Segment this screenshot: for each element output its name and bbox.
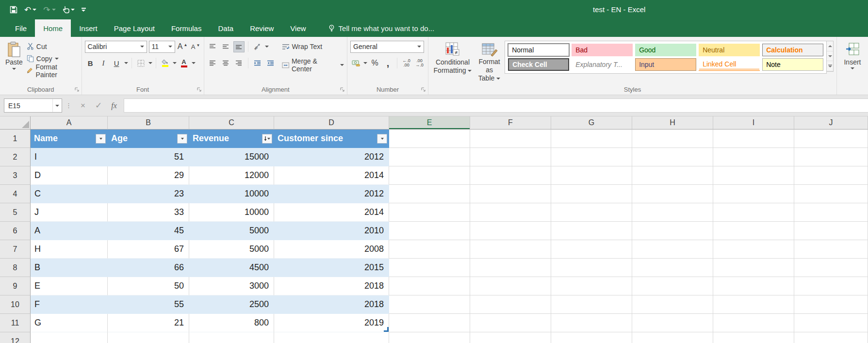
tab-formulas[interactable]: Formulas (163, 19, 210, 37)
cell-B4[interactable]: 23 (108, 185, 189, 203)
cell-J7[interactable] (794, 240, 868, 259)
column-header-B[interactable]: B (108, 116, 189, 130)
paste-dropdown-caret-icon[interactable] (12, 68, 16, 70)
cell-E9[interactable] (389, 277, 470, 295)
cell-B7[interactable]: 67 (108, 240, 189, 259)
insert-function-button[interactable]: fx (106, 98, 122, 113)
tab-data[interactable]: Data (210, 19, 242, 37)
cell-I5[interactable] (713, 203, 794, 222)
cell-F1[interactable] (470, 130, 551, 148)
percent-style-button[interactable]: % (369, 58, 380, 69)
cell-style-linked-cell[interactable]: Linked Cell (699, 58, 760, 71)
cell-F11[interactable] (470, 314, 551, 332)
column-header-D[interactable]: D (274, 116, 389, 130)
cell-H2[interactable] (632, 148, 713, 166)
cell-C4[interactable]: 10000 (189, 185, 274, 203)
row-header-4[interactable]: 4 (0, 185, 31, 203)
cell-J11[interactable] (794, 314, 868, 332)
increase-indent-button[interactable] (265, 58, 276, 69)
cell-style-neutral[interactable]: Neutral (699, 44, 760, 56)
cell-G1[interactable] (551, 130, 632, 148)
touch-mouse-mode-button[interactable] (61, 5, 77, 15)
cell-H7[interactable] (632, 240, 713, 259)
paste-button[interactable]: Paste (3, 39, 25, 84)
increase-decimal-button[interactable]: ←.0 .00 (401, 58, 412, 69)
cell-A10[interactable]: F (31, 295, 108, 314)
tab-insert[interactable]: Insert (71, 19, 106, 37)
wrap-text-button[interactable]: Wrap Text (282, 39, 344, 54)
cell-A6[interactable]: A (31, 222, 108, 240)
undo-button[interactable]: ↶ (22, 5, 38, 15)
merge-center-button[interactable]: Merge & Center (282, 58, 344, 72)
cell-J10[interactable] (794, 295, 868, 314)
accounting-format-button[interactable] (350, 58, 361, 69)
cell-A5[interactable]: J (31, 203, 108, 222)
cell-J1[interactable] (794, 130, 868, 148)
cell-A7[interactable]: H (31, 240, 108, 259)
row-header-12[interactable]: 12 (0, 332, 31, 343)
bottom-align-button[interactable] (233, 41, 245, 52)
cell-C5[interactable]: 10000 (189, 203, 274, 222)
filter-button-name[interactable] (96, 134, 106, 144)
cell-D6[interactable]: 2010 (274, 222, 389, 240)
fill-color-button[interactable] (160, 58, 171, 69)
cell-A11[interactable]: G (31, 314, 108, 332)
column-header-G[interactable]: G (551, 116, 632, 130)
copy-dropdown-caret-icon[interactable] (55, 58, 59, 60)
decrease-decimal-button[interactable]: .00 →.0 (414, 58, 425, 69)
redo-button[interactable]: ↷ (41, 5, 57, 15)
cell-J12[interactable] (794, 332, 868, 343)
format-painter-button[interactable]: Format Painter (25, 65, 79, 77)
cell-E6[interactable] (389, 222, 470, 240)
cell-G3[interactable] (551, 166, 632, 185)
cell-D3[interactable]: 2014 (274, 166, 389, 185)
cell-D12[interactable] (274, 332, 389, 343)
align-left-button[interactable] (207, 58, 218, 69)
table-header-name[interactable]: Name (31, 130, 108, 148)
column-header-H[interactable]: H (632, 116, 713, 130)
cell-H12[interactable] (632, 332, 713, 343)
row-header-9[interactable]: 9 (0, 277, 31, 295)
tab-home[interactable]: Home (35, 19, 71, 37)
cell-style-input[interactable]: Input (635, 58, 696, 71)
cell-E5[interactable] (389, 203, 470, 222)
cell-I9[interactable] (713, 277, 794, 295)
cell-H1[interactable] (632, 130, 713, 148)
cell-G7[interactable] (551, 240, 632, 259)
cell-H9[interactable] (632, 277, 713, 295)
cell-C6[interactable]: 5000 (189, 222, 274, 240)
cell-B11[interactable]: 21 (108, 314, 189, 332)
cell-G4[interactable] (551, 185, 632, 203)
cell-I12[interactable] (713, 332, 794, 343)
undo-dropdown-caret-icon[interactable] (33, 9, 36, 11)
cell-C10[interactable]: 2500 (189, 295, 274, 314)
cell-A9[interactable]: E (31, 277, 108, 295)
filter-button-revenue[interactable] (262, 134, 272, 144)
tab-page-layout[interactable]: Page Layout (106, 19, 163, 37)
cell-H4[interactable] (632, 185, 713, 203)
cell-E2[interactable] (389, 148, 470, 166)
cell-F9[interactable] (470, 277, 551, 295)
cell-I3[interactable] (713, 166, 794, 185)
cut-button[interactable]: Cut (25, 40, 79, 52)
cell-B10[interactable]: 55 (108, 295, 189, 314)
number-format-combo[interactable]: General (350, 41, 424, 53)
column-header-A[interactable]: A (31, 116, 108, 130)
row-header-1[interactable]: 1 (0, 130, 31, 148)
clipboard-dialog-launcher[interactable] (75, 87, 80, 92)
cell-D4[interactable]: 2012 (274, 185, 389, 203)
cell-D10[interactable]: 2018 (274, 295, 389, 314)
cell-C7[interactable]: 5000 (189, 240, 274, 259)
cell-B5[interactable]: 33 (108, 203, 189, 222)
cell-F7[interactable] (470, 240, 551, 259)
row-header-10[interactable]: 10 (0, 295, 31, 314)
cell-G6[interactable] (551, 222, 632, 240)
cell-E4[interactable] (389, 185, 470, 203)
orientation-dropdown-caret-icon[interactable] (265, 46, 269, 48)
column-header-E[interactable]: E (389, 116, 470, 130)
cell-C11[interactable]: 800 (189, 314, 274, 332)
table-header-revenue[interactable]: Revenue (189, 130, 274, 148)
format-as-table-button[interactable]: Format as Table (474, 39, 505, 84)
cell-G8[interactable] (551, 259, 632, 277)
borders-button[interactable] (135, 58, 147, 69)
